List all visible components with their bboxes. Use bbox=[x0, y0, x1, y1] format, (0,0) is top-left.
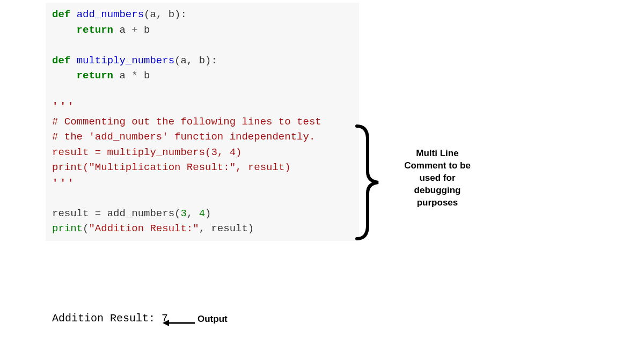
builtin-print: print bbox=[52, 223, 83, 234]
output-text: Addition Result: 7 bbox=[52, 312, 168, 325]
keyword-def: def bbox=[52, 9, 70, 20]
triple-quote: ''' bbox=[52, 177, 75, 189]
triple-quote: ''' bbox=[52, 100, 75, 112]
signature: (a, b): bbox=[174, 55, 217, 67]
function-name: add_numbers bbox=[77, 9, 144, 20]
code-block: def add_numbers(a, b): return a + b def … bbox=[46, 3, 359, 241]
keyword-return: return bbox=[77, 70, 113, 82]
signature: (a, b): bbox=[144, 9, 187, 20]
arrow-left-icon bbox=[163, 319, 196, 327]
annotation-label: Multi Line Comment to be used for debugg… bbox=[397, 148, 478, 209]
comment-line: result = multiply_numbers(3, 4) bbox=[52, 146, 241, 158]
function-name: multiply_numbers bbox=[77, 55, 174, 67]
svg-marker-1 bbox=[163, 320, 169, 326]
comment-line: # Commenting out the following lines to … bbox=[52, 116, 321, 128]
comment-line: # the 'add_numbers' function independent… bbox=[52, 131, 315, 143]
comment-line: print( bbox=[52, 161, 89, 173]
keyword-def: def bbox=[52, 55, 70, 67]
keyword-return: return bbox=[77, 24, 113, 36]
output-label: Output bbox=[197, 314, 228, 325]
curly-brace-icon bbox=[352, 123, 384, 241]
